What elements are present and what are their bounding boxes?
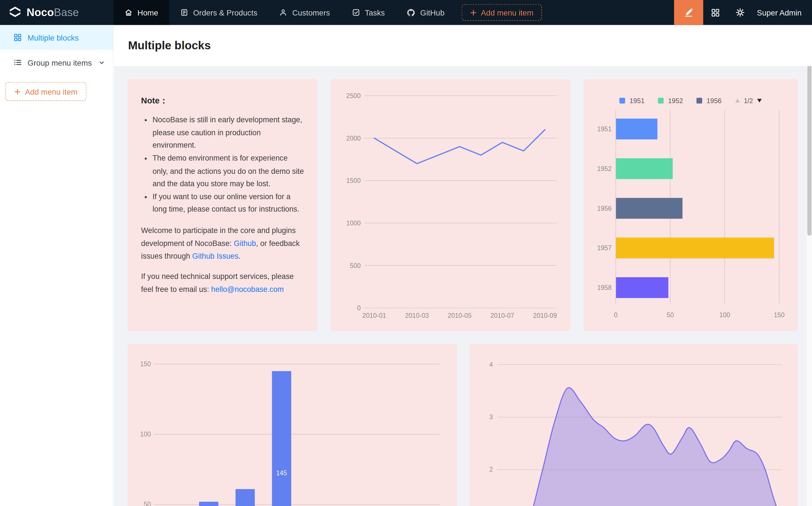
svg-text:2010-01: 2010-01: [362, 312, 386, 319]
vertical-bar-chart-block: 5010015038526114548: [128, 344, 457, 506]
svg-text:2010-03: 2010-03: [405, 312, 429, 319]
legend-item[interactable]: 1952: [658, 97, 683, 104]
plus-icon: [14, 88, 21, 95]
legend-item[interactable]: 1956: [697, 97, 722, 104]
svg-text:2010-09: 2010-09: [533, 312, 557, 319]
svg-text:100: 100: [719, 311, 730, 319]
legend-label: 1956: [707, 97, 722, 104]
list-icon: [13, 58, 22, 67]
svg-text:2010-05: 2010-05: [448, 312, 472, 319]
sidebar-item-label: Multiple blocks: [28, 33, 79, 42]
nav-item-orders-products[interactable]: Orders & Products: [169, 0, 268, 25]
apps-grid-icon: [711, 8, 720, 17]
svg-text:150: 150: [773, 311, 784, 319]
note-bullet: NocoBase is still in early development s…: [153, 113, 304, 152]
nav-item-home[interactable]: Home: [113, 0, 169, 25]
sidebar-item-multiple-blocks[interactable]: Multiple blocks: [0, 25, 113, 50]
email-link[interactable]: hello@nocobase.com: [211, 285, 284, 293]
svg-text:500: 500: [350, 262, 361, 269]
svg-text:1956: 1956: [597, 205, 611, 212]
scrollbar[interactable]: [807, 25, 812, 506]
area-chart: 234: [469, 344, 798, 506]
github-icon: [407, 8, 415, 17]
nav-item-github[interactable]: GitHub: [396, 0, 456, 25]
note-title: Note：: [141, 96, 304, 107]
horizontal-bar-chart-block: 1951 1952 1956 1/2: [584, 79, 798, 331]
add-menu-item-label: Add menu item: [25, 87, 78, 96]
tasks-icon: [352, 8, 360, 17]
home-icon: [124, 8, 133, 17]
svg-text:150: 150: [140, 360, 151, 368]
svg-text:0: 0: [357, 304, 361, 312]
legend-item[interactable]: 1951: [620, 97, 645, 104]
top-bar-right: Super Admin: [674, 0, 812, 25]
sidebar-item-group-menu-items[interactable]: Group menu items: [0, 50, 113, 75]
legend-swatch: [620, 98, 625, 103]
svg-text:4: 4: [489, 361, 493, 368]
page-header: Multiple blocks: [114, 25, 812, 66]
sidebar-item-label: Group menu items: [28, 58, 92, 67]
brand-name: NocoBase: [26, 6, 79, 19]
nav-item-label: Orders & Products: [193, 8, 257, 17]
top-bar: NocoBase Home Orders & Products Customer…: [0, 0, 812, 25]
svg-text:2: 2: [489, 466, 493, 473]
horizontal-bar-chart: 05010015019511952195619571958: [584, 79, 798, 331]
legend-swatch: [658, 98, 664, 103]
add-menu-item-button-sidebar[interactable]: Add menu item: [5, 82, 86, 101]
svg-text:50: 50: [667, 311, 674, 319]
grid-icon: [13, 33, 22, 42]
svg-text:50: 50: [144, 501, 151, 506]
apps-grid-button[interactable]: [703, 0, 728, 25]
vertical-bar-chart: 5010015038526114548: [128, 344, 457, 506]
svg-text:1958: 1958: [597, 284, 611, 291]
svg-text:1000: 1000: [346, 220, 361, 227]
nav-item-tasks[interactable]: Tasks: [341, 0, 395, 25]
gear-icon: [736, 8, 745, 17]
svg-text:2000: 2000: [346, 135, 361, 142]
note-bullet: If you want to use our online version fo…: [153, 190, 304, 216]
svg-text:1500: 1500: [346, 177, 361, 184]
chart-legend: 1951 1952 1956 1/2: [584, 97, 798, 104]
svg-text:1952: 1952: [597, 165, 611, 172]
page-title: Multiple blocks: [128, 39, 211, 53]
note-block: Note： NocoBase is still in early develop…: [128, 79, 317, 331]
main-nav: Home Orders & Products Customers Tasks: [113, 0, 542, 25]
add-menu-item-button-header[interactable]: Add menu item: [461, 4, 542, 21]
note-support-paragraph: If you need technical support services, …: [141, 270, 304, 296]
legend-swatch: [697, 98, 702, 103]
note-bullet: The demo environment is for experience o…: [153, 152, 304, 190]
nav-item-label: GitHub: [420, 8, 444, 17]
svg-text:1957: 1957: [597, 244, 611, 252]
svg-text:145: 145: [276, 470, 287, 477]
legend-label: 1951: [630, 97, 645, 104]
plus-icon: [470, 9, 477, 16]
legend-label: 1952: [668, 97, 683, 104]
svg-text:1951: 1951: [597, 125, 611, 133]
nav-item-customers[interactable]: Customers: [269, 0, 341, 25]
github-issues-link[interactable]: Github Issues: [192, 252, 238, 260]
chevron-down-icon: [99, 59, 105, 66]
svg-text:0: 0: [614, 311, 618, 319]
svg-text:2500: 2500: [346, 92, 361, 99]
legend-pager-text: 1/2: [744, 97, 753, 104]
settings-button[interactable]: [728, 0, 753, 25]
legend-pager-up-icon[interactable]: [735, 98, 740, 103]
ui-editor-button[interactable]: [674, 0, 703, 25]
github-link[interactable]: Github: [234, 239, 256, 248]
nav-item-label: Customers: [292, 8, 330, 17]
logo[interactable]: NocoBase: [0, 0, 113, 25]
legend-pager: 1/2: [735, 97, 762, 104]
svg-text:3: 3: [489, 413, 493, 421]
app: NocoBase Home Orders & Products Customer…: [0, 0, 812, 506]
nav-item-label: Tasks: [365, 8, 385, 17]
nocobase-logo-icon: [8, 6, 22, 19]
legend-pager-down-icon[interactable]: [757, 98, 762, 103]
user-menu[interactable]: Super Admin: [753, 8, 812, 17]
sidebar: Multiple blocks Group menu items Add men…: [0, 25, 113, 506]
note-bullet-list: NocoBase is still in early development s…: [153, 113, 304, 216]
svg-text:2010-07: 2010-07: [490, 312, 514, 319]
content-area: Note： NocoBase is still in early develop…: [114, 66, 812, 506]
nav-item-label: Home: [137, 8, 158, 17]
svg-text:100: 100: [140, 430, 151, 438]
add-menu-item-label: Add menu item: [481, 8, 533, 17]
